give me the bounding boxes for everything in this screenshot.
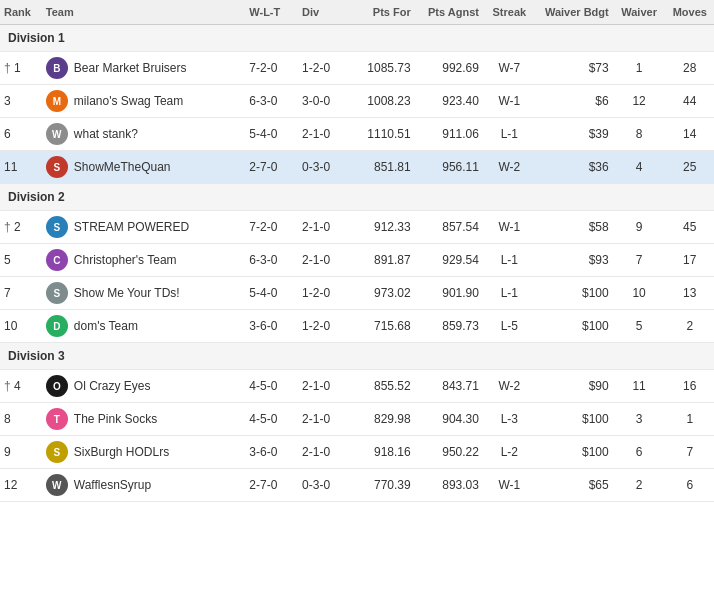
table-row: 11SShowMeTheQuan2-7-00-3-0851.81956.11W-… [0,151,714,184]
division-header: Division 1 [0,25,714,52]
team-cell[interactable]: SSixBurgh HODLrs [42,436,246,469]
ptsag-cell: 904.30 [415,403,483,436]
rank-value: 6 [4,127,11,141]
wlt-cell: 4-5-0 [245,403,298,436]
avatar: S [46,441,68,463]
team-cell[interactable]: SSTREAM POWERED [42,211,246,244]
team-cell[interactable]: Ddom's Team [42,310,246,343]
waiver-cell: 3 [613,403,666,436]
col-ptsag: Pts Agnst [415,0,483,25]
waiver-cell: 9 [613,211,666,244]
ptsag-cell: 901.90 [415,277,483,310]
col-moves: Moves [666,0,714,25]
ptsfor-cell: 1008.23 [347,85,415,118]
wlt-cell: 7-2-0 [245,211,298,244]
rank-value: 12 [4,478,17,492]
col-streak: Streak [483,0,536,25]
rank-value: 5 [4,253,11,267]
streak-cell: L-1 [483,277,536,310]
wlt-cell: 7-2-0 [245,52,298,85]
col-rank: Rank [0,0,42,25]
rank-value: 2 [14,220,21,234]
div-record-cell: 0-3-0 [298,151,346,184]
waiver-cell: 2 [613,469,666,502]
ptsfor-cell: 891.87 [347,244,415,277]
div-record-cell: 0-3-0 [298,469,346,502]
table-row: 6Wwhat stank?5-4-02-1-01110.51911.06L-1$… [0,118,714,151]
wlt-cell: 6-3-0 [245,85,298,118]
team-cell[interactable]: OOl Crazy Eyes [42,370,246,403]
ptsfor-cell: 770.39 [347,469,415,502]
wlt-cell: 3-6-0 [245,310,298,343]
streak-cell: L-1 [483,244,536,277]
col-div: Div [298,0,346,25]
moves-cell: 7 [666,436,714,469]
streak-cell: L-2 [483,436,536,469]
team-cell[interactable]: TThe Pink Socks [42,403,246,436]
team-cell[interactable]: SShow Me Your TDs! [42,277,246,310]
table-row: 12WWafflesnSyrup2-7-00-3-0770.39893.03W-… [0,469,714,502]
avatar: D [46,315,68,337]
div-record-cell: 2-1-0 [298,244,346,277]
moves-cell: 25 [666,151,714,184]
div-record-cell: 2-1-0 [298,436,346,469]
rank-cell: 3 [0,85,42,118]
team-name: what stank? [74,127,138,141]
col-ptsfor: Pts For [347,0,415,25]
ptsag-cell: 923.40 [415,85,483,118]
table-row: 10Ddom's Team3-6-01-2-0715.68859.73L-5$1… [0,310,714,343]
div-record-cell: 1-2-0 [298,277,346,310]
avatar: S [46,216,68,238]
table-row: † 4OOl Crazy Eyes4-5-02-1-0855.52843.71W… [0,370,714,403]
rank-value: 8 [4,412,11,426]
table-row: 7SShow Me Your TDs!5-4-01-2-0973.02901.9… [0,277,714,310]
wlt-cell: 5-4-0 [245,118,298,151]
waiver-budget-cell: $65 [536,469,613,502]
table-row: 5CChristopher's Team6-3-02-1-0891.87929.… [0,244,714,277]
team-name: milano's Swag Team [74,94,183,108]
team-cell[interactable]: Mmilano's Swag Team [42,85,246,118]
div-record-cell: 1-2-0 [298,310,346,343]
wlt-cell: 2-7-0 [245,151,298,184]
team-cell[interactable]: CChristopher's Team [42,244,246,277]
team-cell[interactable]: Wwhat stank? [42,118,246,151]
moves-cell: 14 [666,118,714,151]
waiver-budget-cell: $100 [536,277,613,310]
division-header: Division 2 [0,184,714,211]
streak-cell: W-1 [483,85,536,118]
team-name: SixBurgh HODLrs [74,445,169,459]
waiver-cell: 4 [613,151,666,184]
division-name: Division 2 [0,184,714,211]
waiver-budget-cell: $6 [536,85,613,118]
team-cell[interactable]: SShowMeTheQuan [42,151,246,184]
division-name: Division 1 [0,25,714,52]
team-name: WafflesnSyrup [74,478,151,492]
avatar: S [46,156,68,178]
standings-table: Rank Team W-L-T Div Pts For Pts Agnst St… [0,0,714,502]
ptsag-cell: 929.54 [415,244,483,277]
moves-cell: 13 [666,277,714,310]
moves-cell: 28 [666,52,714,85]
ptsfor-cell: 851.81 [347,151,415,184]
waiver-budget-cell: $93 [536,244,613,277]
table-row: 3Mmilano's Swag Team6-3-03-0-01008.23923… [0,85,714,118]
dagger: † [4,379,11,393]
waiver-budget-cell: $58 [536,211,613,244]
streak-cell: L-3 [483,403,536,436]
avatar: C [46,249,68,271]
ptsfor-cell: 1110.51 [347,118,415,151]
waiver-budget-cell: $100 [536,310,613,343]
ptsag-cell: 843.71 [415,370,483,403]
waiver-budget-cell: $90 [536,370,613,403]
ptsag-cell: 956.11 [415,151,483,184]
col-wlt: W-L-T [245,0,298,25]
moves-cell: 44 [666,85,714,118]
team-name: STREAM POWERED [74,220,189,234]
div-record-cell: 1-2-0 [298,52,346,85]
standings-body: Division 1† 1BBear Market Bruisers7-2-01… [0,25,714,502]
team-cell[interactable]: WWafflesnSyrup [42,469,246,502]
rank-value: 9 [4,445,11,459]
waiver-budget-cell: $100 [536,403,613,436]
rank-cell: † 1 [0,52,42,85]
team-cell[interactable]: BBear Market Bruisers [42,52,246,85]
